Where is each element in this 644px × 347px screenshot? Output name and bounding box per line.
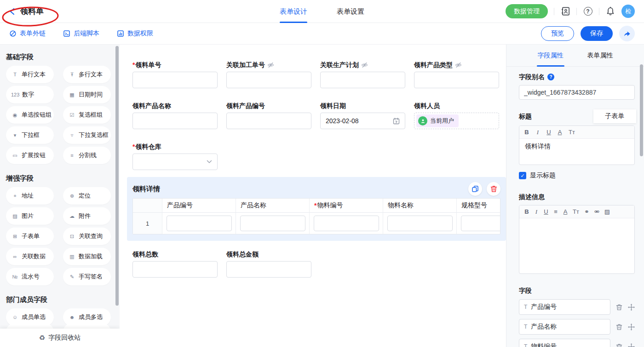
data-permission-button[interactable]: 数据权限	[117, 29, 153, 38]
form-field-linked-process-order[interactable]: 关联加工单号	[226, 61, 311, 88]
field-type-linked-query[interactable]: ⊡关联查询	[63, 228, 111, 245]
field-type-datetime[interactable]: ▦日期时间	[63, 86, 111, 103]
field-type-location[interactable]: ⊕定位	[63, 187, 111, 205]
subform-field-item: T产品编号	[519, 299, 635, 315]
delete-field-icon[interactable]	[616, 343, 622, 347]
cell-input-spec-model[interactable]	[461, 216, 501, 231]
field-item-product-name[interactable]: T产品名称	[519, 319, 610, 335]
form-field-product-type[interactable]: 领料产品类型	[414, 61, 499, 88]
tab-form-settings[interactable]: 表单设置	[337, 0, 364, 23]
form-field-warehouse[interactable]: *领料仓库	[132, 143, 218, 170]
field-item-material-no[interactable]: T物料编号	[519, 339, 610, 347]
field-type-single-line-text[interactable]: T单行文本	[6, 66, 54, 83]
form-field-product-no[interactable]: 领料产品编号	[226, 102, 311, 129]
form-field-linked-production-plan[interactable]: 关联生产计划	[320, 61, 405, 88]
request-date-input[interactable]: 2023-02-08	[320, 113, 405, 129]
underline-icon[interactable]: U	[544, 208, 548, 215]
data-manage-button[interactable]: 数据管理	[506, 4, 548, 18]
column-header-material-name: 物料名称	[383, 199, 457, 213]
description-rich-text-editor[interactable]: B I U ≡ A Tт ⚭ ⚮ ▨	[519, 205, 635, 274]
product-name-input[interactable]	[132, 113, 218, 129]
form-field-request-person[interactable]: 领料人员 当前用户	[414, 102, 499, 129]
field-type-checkbox-group[interactable]: ☑复选框组	[63, 106, 111, 124]
form-field-material-request-no[interactable]: *领料单号	[132, 61, 218, 88]
title-editor-content[interactable]: 领料详情	[519, 139, 634, 165]
save-button[interactable]: 保存	[581, 26, 613, 41]
field-type-divider[interactable]: ≡分割线	[63, 147, 111, 164]
delete-field-icon[interactable]	[616, 324, 622, 330]
cell-input-product-no[interactable]	[167, 216, 232, 231]
font-size-icon[interactable]: Tт	[569, 129, 575, 136]
font-color-icon[interactable]: A	[563, 208, 568, 215]
field-type-subform[interactable]: ⊞子表单	[6, 228, 54, 245]
help-icon[interactable]: ?	[583, 6, 593, 17]
request-person-input[interactable]: 当前用户	[414, 113, 499, 129]
italic-icon[interactable]: I	[534, 208, 539, 216]
align-icon[interactable]: ≡	[553, 208, 558, 215]
drag-move-icon[interactable]	[628, 304, 635, 311]
linked-production-plan-input[interactable]	[320, 72, 405, 88]
tab-field-properties[interactable]: 字段属性	[538, 45, 564, 67]
field-type-image[interactable]: ▨图片	[6, 207, 54, 225]
field-item-product-no[interactable]: T产品编号	[519, 299, 610, 315]
field-alias-input[interactable]	[519, 85, 635, 100]
image-icon[interactable]: ▨	[604, 208, 610, 215]
field-type-serial-number[interactable]: №流水号	[6, 268, 54, 285]
tab-form-design[interactable]: 表单设计	[280, 0, 307, 23]
bold-icon[interactable]: B	[524, 208, 529, 215]
linked-process-order-input[interactable]	[226, 72, 311, 88]
description-editor-content[interactable]	[519, 218, 634, 273]
field-type-radio-group[interactable]: ◉单选按钮组	[6, 106, 54, 124]
preview-button[interactable]: 预览	[541, 26, 574, 41]
unlink-icon[interactable]: ⚮	[594, 208, 599, 215]
title-rich-text-editor[interactable]: B I U A Tт 领料详情	[519, 125, 635, 165]
external-link-button[interactable]: 表单外链	[9, 29, 46, 38]
cell-input-product-name[interactable]	[240, 216, 305, 231]
bold-icon[interactable]: B	[524, 129, 529, 136]
delete-field-icon[interactable]	[616, 304, 622, 311]
field-type-address[interactable]: ⌖地址	[6, 187, 54, 205]
field-type-multi-select[interactable]: ▿下拉复选框	[63, 126, 111, 144]
properties-panel-scrollbar[interactable]	[640, 64, 643, 156]
delete-widget-button[interactable]	[487, 182, 500, 196]
backend-script-button[interactable]: 后端脚本	[63, 29, 99, 38]
subform-widget-selected[interactable]: 领料详情 产品编号 产品名称 *物料编号 物料名称 规格型号	[127, 177, 506, 241]
form-field-total-amount[interactable]: 领料总金额	[226, 250, 311, 278]
product-type-input[interactable]	[414, 72, 499, 88]
underline-icon[interactable]: U	[546, 129, 551, 136]
form-field-product-name[interactable]: 领料产品名称	[132, 102, 218, 129]
warehouse-select[interactable]	[132, 154, 218, 170]
sidebar-scrollbar[interactable]	[115, 46, 119, 306]
field-type-number[interactable]: 123数字	[6, 86, 54, 103]
show-title-checkbox[interactable]: ✓	[519, 172, 526, 179]
product-no-input[interactable]	[226, 113, 311, 129]
notification-bell-icon[interactable]	[605, 6, 615, 17]
italic-icon[interactable]: I	[535, 129, 540, 136]
tab-form-properties[interactable]: 表单属性	[587, 45, 613, 67]
material-request-no-input[interactable]	[132, 72, 218, 88]
cell-input-material-no[interactable]	[314, 216, 379, 231]
drag-move-icon[interactable]	[628, 324, 635, 330]
total-amount-input[interactable]	[226, 261, 311, 278]
field-type-signature[interactable]: ✎手写签名	[63, 268, 111, 285]
field-type-data-load[interactable]: ▥数据加载	[63, 248, 111, 265]
field-recycle-bin-button[interactable]: ♻ 字段回收站	[0, 329, 120, 347]
share-button[interactable]	[619, 26, 635, 41]
font-color-icon[interactable]: A	[558, 129, 562, 136]
field-type-extension-button[interactable]: ▭扩展按钮	[6, 147, 54, 164]
drag-move-icon[interactable]	[628, 343, 635, 347]
field-type-linked-data[interactable]: ∞关联数据	[6, 248, 54, 265]
form-field-total-quantity[interactable]: 领料总数	[132, 250, 218, 278]
link-icon[interactable]: ⚭	[584, 208, 589, 215]
total-quantity-input[interactable]	[132, 261, 218, 278]
field-type-attachment[interactable]: ☁附件	[63, 207, 111, 225]
field-type-multi-line-text[interactable]: Ŧ多行文本	[63, 66, 111, 83]
help-icon[interactable]: ?	[547, 74, 554, 80]
copy-widget-button[interactable]	[468, 182, 482, 196]
user-avatar[interactable]: 检	[621, 5, 635, 18]
form-field-request-date[interactable]: 领料日期 2023-02-08	[320, 102, 405, 129]
contacts-icon[interactable]	[560, 6, 570, 17]
cell-input-material-name[interactable]	[387, 216, 453, 231]
font-size-icon[interactable]: Tт	[573, 208, 579, 215]
field-type-select[interactable]: ▾下拉框	[6, 126, 54, 144]
